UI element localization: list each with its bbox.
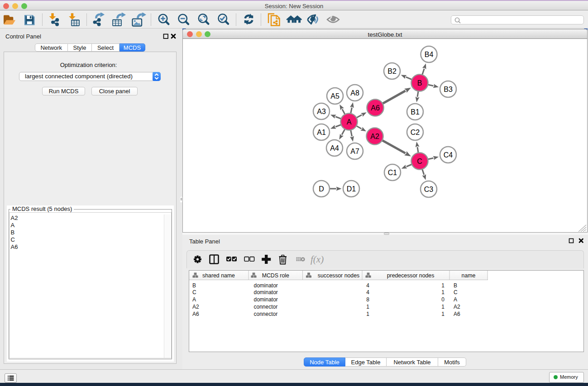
svg-text:A8: A8 bbox=[350, 89, 359, 97]
svg-text:f(x): f(x) bbox=[311, 254, 324, 265]
svg-text:A3: A3 bbox=[317, 108, 326, 115]
svg-text:C2: C2 bbox=[411, 129, 420, 136]
svg-text:predecessor nodes: predecessor nodes bbox=[387, 272, 435, 279]
svg-text:A5: A5 bbox=[330, 92, 339, 100]
svg-text:shared name: shared name bbox=[202, 272, 235, 279]
svg-text:C: C bbox=[417, 157, 422, 165]
svg-text:B4: B4 bbox=[425, 51, 434, 58]
svg-text:B: B bbox=[417, 79, 422, 87]
svg-text:D: D bbox=[319, 185, 324, 193]
svg-text:B2: B2 bbox=[387, 67, 397, 75]
svg-text:B3: B3 bbox=[444, 86, 453, 93]
svg-text:C1: C1 bbox=[388, 169, 397, 176]
svg-text:A: A bbox=[347, 118, 352, 126]
svg-text:C4: C4 bbox=[444, 151, 453, 159]
svg-text:A4: A4 bbox=[330, 144, 339, 152]
svg-text:B1: B1 bbox=[411, 108, 420, 116]
svg-text:C3: C3 bbox=[424, 186, 434, 193]
svg-text:name: name bbox=[462, 272, 476, 279]
svg-text:successor nodes: successor nodes bbox=[318, 272, 359, 279]
svg-text:D1: D1 bbox=[347, 185, 356, 193]
svg-text:A1: A1 bbox=[317, 129, 326, 136]
svg-text:A2: A2 bbox=[370, 133, 379, 140]
svg-text:A7: A7 bbox=[350, 148, 359, 155]
svg-text:MCDS role: MCDS role bbox=[262, 272, 289, 279]
svg-text:A6: A6 bbox=[371, 104, 380, 112]
